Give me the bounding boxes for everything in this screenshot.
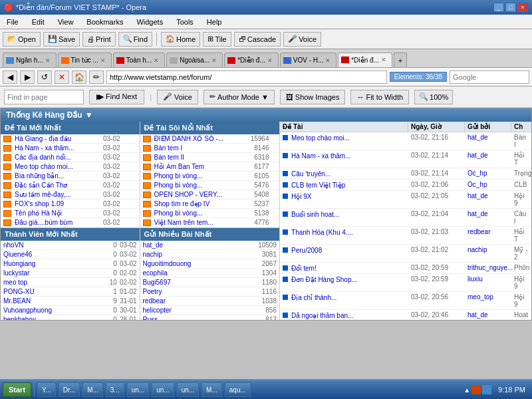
tab-7[interactable]: *Diễn đ... ✕ [338, 53, 392, 67]
topic-link[interactable]: Phong bì vòng... [154, 182, 241, 189]
find-toolbar-button[interactable]: 🔍 Find [118, 32, 152, 47]
menu-widgets[interactable]: Widgets [132, 17, 167, 27]
minimize-button[interactable]: _ [493, 3, 504, 12]
new-tab-button[interactable]: + [394, 53, 407, 67]
tab-close-7[interactable]: ✕ [381, 57, 386, 63]
save-button[interactable]: 💾 Save [43, 32, 80, 47]
poster-link[interactable]: Russ [143, 316, 248, 321]
topic-link[interactable]: Hỏi Ảm Ban Tem [154, 163, 241, 170]
tile-button[interactable]: ⊞ Tile [203, 32, 231, 47]
tab-2[interactable]: Tin tức ... ✕ [58, 53, 112, 67]
tab-1[interactable]: Ngân h... ✕ [3, 53, 57, 67]
post-title-link[interactable]: Thanh Hóa (Khu 4.... [291, 229, 353, 236]
show-images-button[interactable]: 🖼 Show Images [280, 90, 346, 104]
post-title-link[interactable]: Meo top chào moi... [291, 134, 350, 142]
post-title-link[interactable]: Peru/2008 [291, 247, 322, 254]
menu-view[interactable]: View [54, 17, 78, 27]
window-controls[interactable]: _ □ × [493, 3, 528, 12]
tab-5[interactable]: *Diễn đ... ✕ [224, 53, 279, 67]
menu-tools[interactable]: Tools [172, 17, 198, 27]
post-title-link[interactable]: Đơn Đặt Hàng Shop... [291, 276, 357, 283]
home-button[interactable]: 🏠 Home [161, 32, 200, 47]
tab-close-1[interactable]: ✕ [45, 57, 51, 64]
taskbar-item-m2[interactable]: M... [201, 382, 222, 397]
menu-file[interactable]: File [3, 17, 23, 27]
poster-link[interactable]: redbear [143, 297, 248, 305]
taskbar-item-un2[interactable]: un... [152, 382, 174, 397]
post-author-link[interactable]: Oc_hp [467, 170, 487, 177]
tab-close-5[interactable]: ✕ [267, 57, 273, 64]
tab-3[interactable]: Toàn h... ✕ [113, 53, 165, 67]
topic-link[interactable]: Đâu giá....bùm bùm [15, 219, 101, 226]
post-author-link[interactable]: Oc_hp [467, 181, 487, 188]
post-title-link[interactable]: Câu 'truyên... [291, 170, 331, 178]
taskbar-item-aqu[interactable]: aqu... [225, 382, 251, 397]
post-author-link[interactable]: hat_de [467, 192, 488, 200]
topic-link[interactable]: ĐIỂM DANH XỔ SỐ -... [154, 135, 241, 142]
taskbar-item-un3[interactable]: un... [177, 382, 199, 397]
tab-close-2[interactable]: ✕ [100, 57, 106, 64]
member-link[interactable]: nhoVN [3, 241, 101, 249]
tab-close-3[interactable]: ✕ [154, 57, 159, 64]
taskbar-item-y[interactable]: Y... [37, 382, 56, 397]
fit-to-width-button[interactable]: ↔ Fit to Width [350, 90, 409, 104]
post-author-link[interactable]: hat_de [467, 134, 488, 141]
post-author-link[interactable]: redbear [467, 228, 490, 235]
topic-link[interactable]: FOX's shop 1.09 [15, 200, 101, 207]
tab-close-4[interactable]: ✕ [211, 57, 217, 64]
post-title-link[interactable]: Buổi sinh hoat... [291, 211, 339, 218]
post-title-link[interactable]: CLB tem Việt Tiệp [291, 182, 345, 189]
topic-link[interactable]: Phong bì vòng... [154, 172, 241, 180]
member-link[interactable]: Vuhoangphuong [3, 307, 101, 314]
topic-link[interactable]: Phong bì vòng... [154, 209, 241, 217]
taskbar-item-m[interactable]: M... [82, 382, 103, 397]
find-next-button[interactable]: ▶ ▶ Find Next [89, 90, 144, 104]
topic-link[interactable]: Các địa danh nổi... [15, 154, 101, 161]
member-link[interactable]: Mr.BEAN [3, 297, 101, 305]
post-title-link[interactable]: Hà Nam - xa thăm... [291, 152, 350, 160]
voice-button[interactable]: 🎤 Voice [157, 90, 198, 104]
topic-link[interactable]: Hà Nam - xa thăm... [15, 144, 101, 152]
forum-header-arrow[interactable]: ▼ [85, 110, 93, 120]
menu-edit[interactable]: Edit [28, 17, 49, 27]
start-button[interactable]: Start [3, 382, 31, 397]
topic-link[interactable]: Việt Nam trên tem... [154, 219, 241, 226]
topic-link[interactable]: OPEN SHOP - VERY... [154, 191, 241, 198]
topic-link[interactable]: Hà Giang - địa đầu [15, 135, 101, 142]
post-title-link[interactable]: Hội 9X [291, 193, 311, 200]
reload-button[interactable]: ↺ [37, 70, 52, 84]
poster-link[interactable]: helicopter [143, 307, 248, 314]
post-author-link[interactable]: meo_top [467, 293, 493, 301]
topic-link[interactable]: Meo top chào moi... [15, 163, 101, 170]
post-title-link[interactable]: Địa chỉ thành... [291, 294, 336, 301]
voice-toolbar-button[interactable]: 🎤 Voice [283, 32, 321, 47]
member-link[interactable]: PONG-XU [3, 288, 101, 295]
post-author-link[interactable]: liuxiu [467, 275, 483, 283]
topic-link[interactable]: Bìa những bản... [15, 172, 101, 180]
print-button[interactable]: 🖨 Print [82, 32, 116, 47]
taskbar-item-un1[interactable]: un... [127, 382, 149, 397]
member-link[interactable]: Huongiang [3, 260, 101, 267]
find-input[interactable] [4, 90, 84, 104]
taskbar-item-3[interactable]: 3... [106, 382, 124, 397]
member-link[interactable]: benkbaboy [3, 316, 101, 321]
poster-link[interactable]: nachip [143, 251, 248, 258]
tab-4[interactable]: Ngoàisa... ✕ [166, 53, 223, 67]
close-button[interactable]: × [517, 3, 528, 12]
home-nav-button[interactable]: 🏠 [72, 70, 86, 84]
topic-link[interactable]: Bán tem II [154, 154, 241, 161]
cascade-button[interactable]: 🗗 Cascade [234, 32, 281, 47]
search-input[interactable] [450, 70, 529, 84]
menu-help[interactable]: Help [203, 17, 226, 27]
post-author-link[interactable]: hat_de [467, 152, 488, 159]
member-link[interactable]: meo top [3, 279, 101, 286]
member-link[interactable]: Qiuene46 [3, 251, 101, 258]
back-button[interactable]: ◀ [3, 70, 17, 84]
poster-link[interactable]: hat_de [143, 241, 248, 249]
member-link[interactable]: luckystar [3, 269, 101, 277]
topic-link[interactable]: Sưu tầm mê-đay,... [15, 191, 101, 198]
stop-button[interactable]: ✕ [55, 70, 69, 84]
edit-button[interactable]: ✏ [89, 70, 104, 84]
post-author-link[interactable]: trithuc_nguye... [467, 264, 513, 271]
topic-link[interactable]: Shop tìm re đẹp IV [154, 200, 241, 207]
